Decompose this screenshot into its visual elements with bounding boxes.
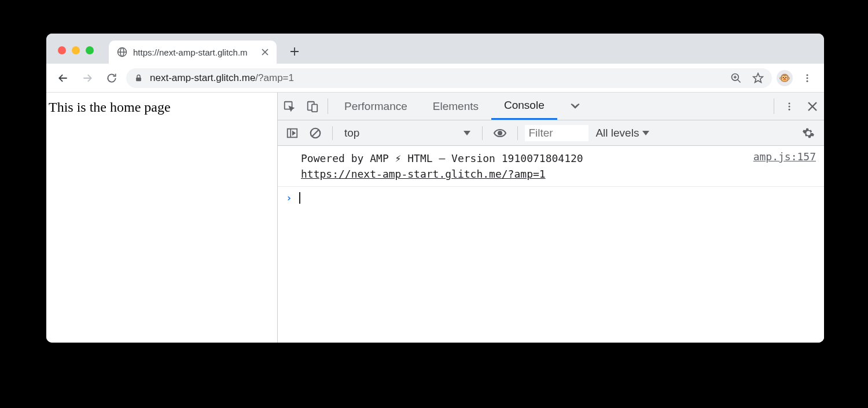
close-window-button[interactable] <box>58 46 66 54</box>
reload-button[interactable] <box>102 68 122 88</box>
console-output: Powered by AMP ⚡ HTML – Version 19100718… <box>278 146 824 343</box>
clear-console-icon[interactable] <box>306 120 325 145</box>
svg-point-16 <box>807 77 808 79</box>
omnibox[interactable]: next-amp-start.glitch.me/?amp=1 <box>126 68 772 88</box>
svg-point-31 <box>498 131 502 135</box>
separator <box>517 126 518 140</box>
window-controls <box>53 46 98 64</box>
svg-point-22 <box>789 105 790 107</box>
text-cursor <box>299 192 300 204</box>
tab-elements[interactable]: Elements <box>420 93 491 120</box>
svg-point-17 <box>807 80 808 82</box>
url-path: /?amp=1 <box>255 72 294 83</box>
svg-point-15 <box>807 74 808 76</box>
prompt-caret-icon: › <box>286 192 292 204</box>
sidebar-toggle-icon[interactable] <box>282 120 302 145</box>
address-bar: next-amp-start.glitch.me/?amp=1 🐵 <box>46 64 824 93</box>
menu-button[interactable] <box>797 68 817 88</box>
log-message: Powered by AMP ⚡ HTML – Version 19100718… <box>301 150 742 182</box>
svg-marker-14 <box>753 73 763 82</box>
tab-console[interactable]: Console <box>491 93 557 120</box>
console-settings-icon[interactable] <box>802 127 819 139</box>
minimize-window-button[interactable] <box>72 46 80 54</box>
svg-marker-28 <box>293 131 295 135</box>
separator <box>332 126 333 140</box>
log-source-link[interactable]: amp.js:157 <box>753 150 816 163</box>
globe-icon <box>117 47 127 57</box>
log-text: Powered by AMP ⚡ HTML – Version 19100718… <box>301 152 583 164</box>
context-label: top <box>344 127 359 139</box>
browser-tab[interactable]: https://next-amp-start.glitch.m <box>109 41 277 64</box>
context-selector[interactable]: top <box>340 127 475 139</box>
maximize-window-button[interactable] <box>86 46 94 54</box>
close-tab-icon[interactable] <box>260 47 270 57</box>
omnibox-actions <box>730 72 764 84</box>
log-url-link[interactable]: https://next-amp-start.glitch.me/?amp=1 <box>301 168 546 180</box>
console-toolbar: top All levels <box>278 120 824 146</box>
devtools-menu-icon[interactable] <box>778 93 801 120</box>
lock-icon <box>134 73 143 83</box>
inspect-element-icon[interactable] <box>278 93 301 120</box>
console-log-row[interactable]: Powered by AMP ⚡ HTML – Version 19100718… <box>278 146 824 187</box>
svg-rect-9 <box>136 78 141 81</box>
svg-point-21 <box>789 102 790 104</box>
separator <box>482 126 483 140</box>
log-levels-selector[interactable]: All levels <box>592 127 653 139</box>
back-button[interactable] <box>53 68 73 88</box>
tab-strip: https://next-amp-start.glitch.m <box>46 34 824 64</box>
page-body-text: This is the home page <box>49 100 171 115</box>
devtools-close-icon[interactable] <box>801 93 824 120</box>
url-domain: next-amp-start.glitch.me <box>150 72 255 83</box>
zoom-icon[interactable] <box>730 72 742 84</box>
separator <box>774 98 774 114</box>
svg-rect-20 <box>312 104 317 112</box>
forward-button[interactable] <box>78 68 97 88</box>
tab-performance[interactable]: Performance <box>332 93 420 120</box>
devtools-panel: Performance Elements Console <box>278 93 824 343</box>
device-toggle-icon[interactable] <box>301 93 324 120</box>
url-text: next-amp-start.glitch.me/?amp=1 <box>150 72 294 84</box>
star-icon[interactable] <box>752 72 764 84</box>
filter-input[interactable] <box>525 125 589 141</box>
svg-line-11 <box>738 79 741 82</box>
levels-label: All levels <box>595 127 639 139</box>
content-area: This is the home page Performance Elemen… <box>46 93 824 343</box>
page-viewport: This is the home page <box>46 93 278 343</box>
devtools-tabbar: Performance Elements Console <box>278 93 824 120</box>
separator <box>328 98 328 114</box>
console-prompt[interactable]: › <box>278 187 824 208</box>
svg-line-30 <box>312 130 319 136</box>
new-tab-button[interactable] <box>284 41 306 63</box>
live-expression-icon[interactable] <box>490 120 510 145</box>
chevron-down-icon <box>642 131 649 135</box>
tab-title: https://next-amp-start.glitch.m <box>133 47 260 57</box>
svg-point-23 <box>789 108 790 110</box>
more-tabs-icon[interactable] <box>557 93 593 120</box>
browser-window: https://next-amp-start.glitch.m next-amp… <box>46 34 824 343</box>
profile-avatar[interactable]: 🐵 <box>777 70 793 86</box>
chevron-down-icon <box>464 131 470 135</box>
